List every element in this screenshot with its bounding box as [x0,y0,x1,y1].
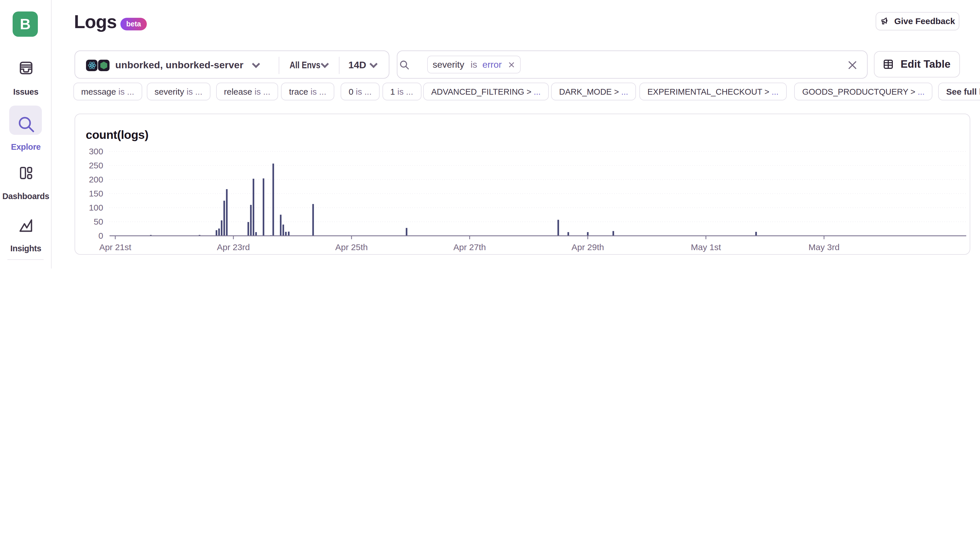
svg-text:Apr 21st: Apr 21st [99,242,131,252]
svg-text:Apr 23rd: Apr 23rd [216,242,250,252]
svg-text:100: 100 [89,202,103,212]
svg-text:May 3rd: May 3rd [808,242,839,252]
svg-text:Apr 25th: Apr 25th [335,242,367,252]
svg-text:50: 50 [94,217,103,226]
svg-text:300: 300 [89,146,103,156]
svg-text:0: 0 [98,231,103,240]
svg-text:May 1st: May 1st [690,242,721,252]
svg-text:150: 150 [89,188,103,198]
svg-text:Apr 27th: Apr 27th [453,242,485,252]
svg-text:250: 250 [89,160,103,170]
svg-text:Apr 29th: Apr 29th [571,242,603,252]
svg-text:200: 200 [89,174,103,184]
